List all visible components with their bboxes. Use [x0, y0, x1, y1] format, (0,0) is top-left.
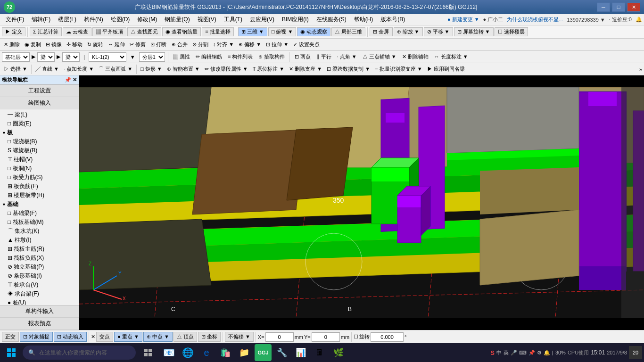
y-input[interactable] — [312, 332, 340, 342]
smart-layout-btn[interactable]: ⊕ 智能布置 ▼ — [165, 65, 202, 73]
delete-support-btn[interactable]: ✕ 删除支座 ▼ — [287, 65, 324, 73]
taskbar-icon-tool1[interactable]: 🔧 — [273, 344, 290, 361]
point-length-btn[interactable]: · 点加长度 ▼ — [62, 65, 96, 73]
stretch-btn[interactable]: ⊡ 拉伸 ▼ — [264, 41, 290, 49]
rotate-btn[interactable]: ↻ 旋转 — [85, 41, 105, 49]
tree-sump[interactable]: ⌒ 集水坑(K) — [0, 227, 79, 236]
pan-btn[interactable]: ⊘ 平移 ▼ — [424, 27, 453, 36]
tree-strip-foundation[interactable]: ⊘ 条形基础(I) — [0, 272, 79, 280]
taskbar-icon-ggj[interactable]: GGJ — [255, 344, 272, 361]
tray-keyboard[interactable]: ⌨ — [519, 350, 527, 356]
three-point-aux-btn[interactable]: △ 三点辅轴 ▼ — [361, 53, 398, 61]
define-btn[interactable]: ▶ 定义 — [2, 27, 25, 36]
report-preview-btn[interactable]: 报表预览 — [0, 318, 79, 330]
taskbar-icon-edge[interactable]: e — [198, 344, 215, 361]
tray-notify[interactable]: 🔔 — [544, 350, 550, 356]
line-btn[interactable]: ╱ 直线 ▼ — [33, 65, 61, 73]
apply-same-name-btn[interactable]: ▶ 应用到同名梁 — [425, 65, 467, 73]
taskbar-icon-mail[interactable]: 📧 — [160, 344, 177, 361]
tree-ring-beam[interactable]: □ 圈梁(E) — [0, 119, 79, 128]
cloud-check-btn[interactable]: ☁ 云检查 — [63, 27, 91, 36]
notification-btn[interactable]: 20 — [629, 346, 642, 359]
copy-btn[interactable]: ◉ 复制 — [23, 41, 43, 49]
menu-online[interactable]: 在线服务(S) — [313, 15, 350, 25]
rotate-checkbox[interactable]: ☐ — [354, 334, 358, 340]
mirror-btn[interactable]: ⊟ 镜像 — [44, 41, 64, 49]
batch-select-btn[interactable]: ≡ 批量选择 — [202, 27, 233, 36]
menu-tools[interactable]: 工具(T) — [220, 15, 246, 25]
batch-identify-btn[interactable]: ≡ 批量识别梁支座 ▼ — [373, 65, 424, 73]
top-view-btn[interactable]: □ 俯视 ▼ — [268, 27, 297, 36]
local-3d-btn[interactable]: △ 局部三维 — [331, 27, 365, 36]
menu-bim[interactable]: BIM应用(I) — [278, 15, 313, 25]
tree-col-cap[interactable]: ⊤ 柱帽(V) — [0, 155, 79, 164]
align-btn[interactable]: ↕ 对齐 ▼ — [211, 41, 236, 49]
screen-rotate-btn[interactable]: ⊡ 屏幕旋转 ▼ — [454, 27, 494, 36]
tree-isolated-foundation[interactable]: ⊘ 独立基础(P) — [0, 263, 79, 272]
parallel-btn[interactable]: ‖ 平行 — [314, 53, 333, 61]
taskbar-icon-folder[interactable]: 📁 — [236, 344, 253, 361]
tree-foundation-group[interactable]: ▼ 基础 — [0, 200, 79, 209]
tray-input-method[interactable]: 英 — [504, 349, 509, 356]
tree-beam[interactable]: ━ 梁(L) — [0, 110, 79, 119]
modify-beam-prop-btn[interactable]: ✏ 修改梁段属性 ▼ — [203, 65, 250, 73]
move-btn[interactable]: ✛ 移动 — [65, 41, 84, 49]
menu-floor[interactable]: 楼层(L) — [54, 15, 80, 25]
maximize-button[interactable]: □ — [612, 2, 625, 12]
arc-btn[interactable]: ⌒ 三点画弧 ▼ — [97, 65, 134, 73]
trim-btn[interactable]: ✂ 修剪 — [128, 41, 148, 49]
tray-pin[interactable]: 📌 — [528, 350, 535, 356]
viewport[interactable]: Y X Z 350 B C — [79, 75, 644, 330]
original-mark-btn[interactable]: T 原位标注 ▼ — [251, 65, 287, 73]
properties-btn[interactable]: ▦ 属性 — [171, 53, 192, 61]
pick-component-btn[interactable]: ⊕ 拾取构件 — [256, 53, 287, 61]
sidebar-pin[interactable]: 📌 ✕ — [65, 77, 77, 83]
object-snap-btn[interactable]: ⊡ 对象捕捉 — [20, 332, 53, 342]
tree-spiral-slab[interactable]: S 螺旋板(B) — [0, 146, 79, 155]
dynamic-observe-btn[interactable]: ◉ 动态观察 — [297, 27, 330, 36]
snap-coord-btn[interactable]: ⊡ 坐标 — [198, 332, 221, 342]
grip-btn[interactable]: ✓ 设置夹点 — [291, 41, 322, 49]
x-input[interactable] — [265, 332, 294, 342]
edit-rebar-btn[interactable]: ✏ 编辑钢筋 — [194, 53, 224, 61]
tree-slab-group[interactable]: ▼ 板 — [0, 128, 79, 137]
menu-edit[interactable]: 编辑(E) — [28, 15, 54, 25]
floor-level-select[interactable]: 分层1 — [139, 52, 165, 62]
taskbar-icon-browser2[interactable]: 🌿 — [330, 344, 347, 361]
draw-input-btn[interactable]: 绘图输入 — [0, 97, 79, 109]
minimize-button[interactable]: ─ — [597, 2, 610, 12]
select-floor-btn[interactable]: ☐ 选择楼层 — [495, 27, 528, 36]
select-btn[interactable]: ▷ 选择 ▼ — [2, 65, 29, 73]
broadcast-btn[interactable]: ● 广小二 — [483, 16, 504, 23]
kl-select[interactable]: KL-1(2) — [89, 52, 126, 62]
tree-cap-beam[interactable]: ◈ 承台梁(F) — [0, 289, 79, 298]
rotate-input[interactable] — [371, 332, 404, 342]
component-list-btn[interactable]: ≡ 构件列表 — [226, 53, 255, 61]
two-point-btn[interactable]: ⊡ 两点 — [293, 53, 313, 61]
menu-help[interactable]: 帮助(H) — [350, 15, 377, 25]
tree-slab-neg[interactable]: ⊞ 板负筋(F) — [0, 182, 79, 191]
menu-file[interactable]: 文件(F) — [2, 15, 28, 25]
taskbar-icon-store[interactable]: 🛍️ — [217, 344, 234, 361]
start-button[interactable] — [2, 344, 21, 361]
tree-foundation-beam[interactable]: □ 基础梁(F) — [0, 209, 79, 218]
tray-settings[interactable]: ⚙ — [537, 350, 542, 356]
snap-center-btn[interactable]: ⊕ 中点 ▼ — [143, 332, 173, 342]
taskbar-icon-calc[interactable]: 🖩 — [311, 344, 328, 361]
menu-version[interactable]: 版本号(B) — [377, 15, 409, 25]
split-btn[interactable]: ⊘ 分割 — [190, 41, 210, 49]
no-offset-btn[interactable]: 不偏移 ▼ — [225, 332, 254, 342]
tray-mic[interactable]: 🎤 — [511, 350, 517, 356]
rect-btn[interactable]: □ 矩形 ▼ — [139, 65, 164, 73]
single-component-btn[interactable]: 单构件输入 — [0, 305, 79, 318]
notify-icon[interactable]: 🔔 — [636, 16, 642, 23]
close-button[interactable]: ✕ — [627, 2, 640, 12]
taskbar-icon-tool2[interactable]: 📊 — [292, 344, 309, 361]
taskbar-icon-browser[interactable]: 🌐 — [179, 344, 196, 361]
view-rebar-btn[interactable]: ◉ 查看钢筋量 — [162, 27, 201, 36]
break-btn[interactable]: ⊡ 打断 — [149, 41, 168, 49]
type-select[interactable]: 梁 — [37, 52, 55, 62]
3d-btn[interactable]: ⊞ 三维 ▼ — [238, 27, 267, 36]
beam-span-copy-btn[interactable]: ⊡ 梁跨数据复制 ▼ — [325, 65, 372, 73]
expand-btn[interactable]: » — [639, 66, 642, 72]
